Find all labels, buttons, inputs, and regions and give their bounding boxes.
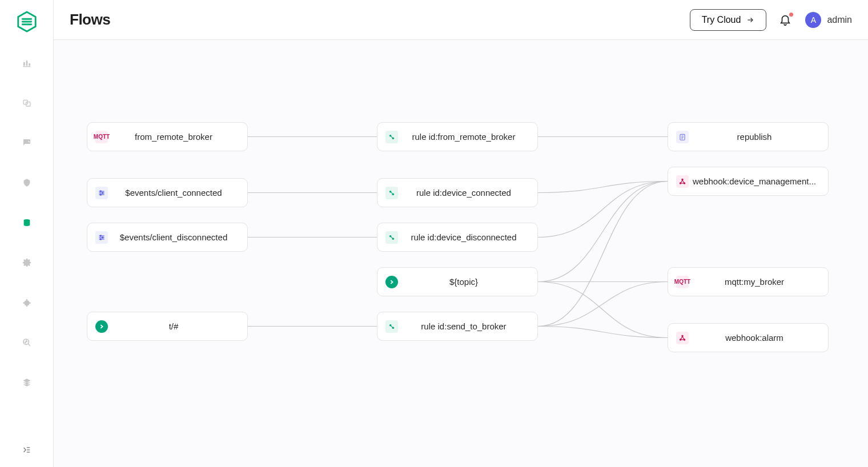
rule-icon (385, 187, 398, 199)
flow-node-sink3[interactable]: webhook:alarm (668, 323, 829, 352)
rule-icon (385, 131, 398, 143)
flow-node-rule2[interactable]: rule id:device_disconnected (377, 223, 538, 252)
mqtt-icon: MQTT (95, 131, 108, 143)
sidebar-item-overview[interactable] (20, 56, 34, 70)
flow-node-rule0[interactable]: rule id:from_remote_broker (377, 122, 538, 151)
sidebar-item-flows[interactable] (20, 216, 34, 230)
svg-rect-4 (23, 62, 25, 66)
svg-point-44 (682, 335, 683, 336)
flow-node-rule3[interactable]: ${topic} (377, 267, 538, 296)
arrow-right-icon (746, 16, 754, 24)
flow-node-label: rule id:device_connected (398, 188, 529, 198)
flow-node-label: webhook:device_management... (689, 176, 820, 186)
flow-node-src1[interactable]: $events/client_connected (87, 178, 248, 207)
flow-node-src0[interactable]: MQTTfrom_remote_broker (87, 122, 248, 151)
svg-point-21 (102, 192, 103, 193)
event-icon (95, 231, 108, 244)
mqtt-icon: MQTT (676, 276, 689, 288)
svg-point-27 (102, 236, 103, 237)
notifications-button[interactable] (779, 13, 793, 27)
flow-node-label: rule id:device_disconnected (398, 232, 529, 242)
flow-node-label: mqtt:my_broker (689, 277, 820, 287)
flow-node-sink0[interactable]: republish (668, 122, 829, 151)
flow-node-src2[interactable]: $events/client_disconnected (87, 223, 248, 252)
try-cloud-label: Try Cloud (702, 15, 741, 25)
page-title: Flows (70, 11, 110, 29)
svg-rect-6 (29, 63, 30, 66)
flow-node-rule1[interactable]: rule id:device_connected (377, 178, 538, 207)
flow-node-label: from_remote_broker (108, 132, 239, 142)
header: Flows Try Cloud A admin (54, 0, 868, 40)
topic-icon (385, 276, 398, 288)
svg-rect-5 (26, 61, 27, 66)
event-icon (95, 187, 108, 199)
sidebar-item-storage[interactable] (20, 376, 34, 389)
sidebar-item-connections[interactable] (20, 96, 34, 110)
flow-node-sink1[interactable]: webhook:device_management... (668, 167, 829, 196)
flows-canvas[interactable]: MQTTfrom_remote_broker$events/client_con… (54, 40, 868, 467)
svg-point-22 (100, 194, 101, 195)
flow-node-label: ${topic} (398, 277, 529, 287)
svg-point-20 (100, 190, 101, 191)
flow-node-label: $events/client_disconnected (108, 232, 239, 242)
flow-node-sink2[interactable]: MQTTmqtt:my_broker (668, 267, 829, 296)
username-label: admin (827, 15, 852, 25)
sidebar-item-security[interactable] (20, 176, 34, 190)
sidebar-item-extensions[interactable] (20, 296, 34, 309)
flow-node-label: $events/client_connected (108, 188, 239, 198)
sidebar-item-integration[interactable] (20, 256, 34, 269)
svg-point-41 (682, 179, 683, 180)
flow-node-label: t/# (108, 321, 239, 331)
svg-point-26 (100, 235, 101, 236)
try-cloud-button[interactable]: Try Cloud (690, 9, 767, 31)
flow-node-label: republish (689, 132, 820, 142)
user-menu[interactable]: A admin (805, 12, 852, 28)
logo[interactable] (15, 10, 38, 33)
sidebar-item-monitoring[interactable] (20, 336, 34, 349)
sidebar-collapse[interactable] (0, 445, 53, 454)
svg-rect-7 (23, 66, 30, 67)
rule-icon (385, 231, 398, 244)
republish-icon (676, 131, 689, 143)
flow-node-rule4[interactable]: rule id:send_to_broker (377, 312, 538, 341)
webhook-icon (676, 332, 689, 344)
sidebar-icons (20, 56, 34, 389)
sidebar (0, 0, 54, 467)
avatar: A (805, 12, 821, 28)
svg-point-28 (100, 238, 101, 239)
webhook-icon (676, 175, 689, 188)
flow-node-label: webhook:alarm (689, 333, 820, 343)
topic-icon (95, 320, 108, 333)
flow-node-label: rule id:send_to_broker (398, 321, 529, 331)
flow-node-label: rule id:from_remote_broker (398, 132, 529, 142)
flow-node-src3[interactable]: t/# (87, 312, 248, 341)
rule-icon (385, 320, 398, 333)
sidebar-item-rules[interactable] (20, 136, 34, 150)
notification-dot-icon (789, 13, 793, 17)
